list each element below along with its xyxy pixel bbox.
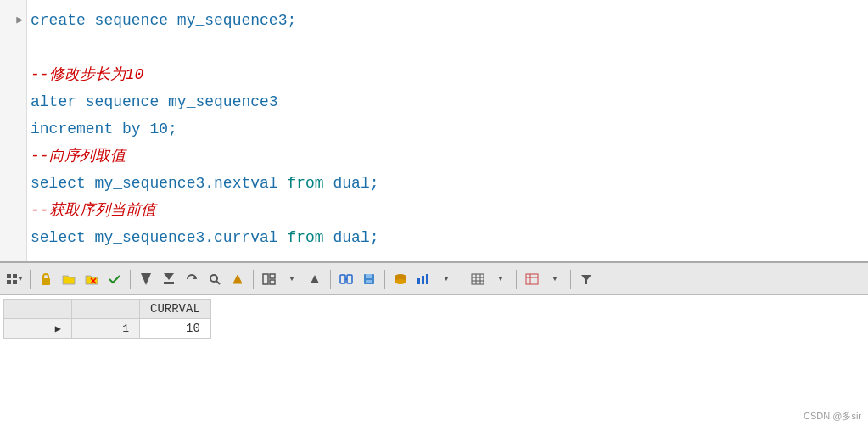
results-table: CURRVAL ▶ 1 10 <box>3 299 211 339</box>
search-button[interactable] <box>204 268 226 290</box>
svg-line-12 <box>216 281 220 284</box>
currval-header: CURRVAL <box>140 300 211 319</box>
layout-up-button[interactable] <box>304 268 326 290</box>
toolbar-group-5 <box>335 268 380 290</box>
sep-4 <box>330 270 331 289</box>
table-row: ▶ 1 10 <box>4 319 211 339</box>
erase-button[interactable] <box>227 268 249 290</box>
svg-rect-15 <box>270 274 275 278</box>
grid-dropdown-button[interactable]: ▼ <box>3 268 25 290</box>
svg-rect-1 <box>13 274 17 278</box>
database-button[interactable] <box>389 268 412 290</box>
svg-marker-38 <box>581 275 591 284</box>
svg-rect-14 <box>263 274 268 284</box>
connect-button[interactable] <box>335 268 357 290</box>
watermark: CSDN @多sir <box>804 410 861 423</box>
toolbar-group-6: ▼ <box>389 268 457 290</box>
layout-dropdown-button[interactable]: ▼ <box>281 268 303 290</box>
code-line-5: increment by 10; <box>31 115 868 143</box>
step-down-all-button[interactable] <box>158 268 180 290</box>
pivot-button[interactable] <box>521 268 543 290</box>
lock-button[interactable] <box>35 268 57 290</box>
save-button[interactable] <box>358 268 380 290</box>
svg-rect-19 <box>347 275 352 283</box>
grid-dropdown2-button[interactable]: ▼ <box>490 268 512 290</box>
sep-8 <box>570 270 571 289</box>
row-arrow-header <box>4 300 72 319</box>
row-num-header <box>72 300 140 319</box>
chart-dropdown-button[interactable]: ▼ <box>435 268 457 290</box>
toolbar-group-4: ▼ <box>258 268 326 290</box>
code-line-7: select my_sequence3.nextval from dual; <box>31 170 868 197</box>
layout-button[interactable] <box>258 268 280 290</box>
svg-marker-13 <box>233 275 242 283</box>
currval-cell: 10 <box>140 319 211 339</box>
editor-panel: ▶ create sequence my_sequence3; --修改步长为1… <box>0 0 868 263</box>
svg-rect-30 <box>472 274 484 284</box>
toolbar-group-3 <box>135 268 249 290</box>
sep-2 <box>130 270 131 289</box>
svg-marker-7 <box>141 273 151 285</box>
grid-view-button[interactable] <box>467 268 489 290</box>
svg-point-11 <box>210 275 217 282</box>
toolbar-group-9 <box>575 268 597 290</box>
code-line-6: --向序列取值 <box>31 143 868 170</box>
svg-rect-23 <box>366 280 372 283</box>
checkmark-button[interactable] <box>104 268 126 290</box>
svg-rect-4 <box>42 278 50 285</box>
svg-rect-9 <box>164 282 174 284</box>
svg-marker-17 <box>311 275 319 283</box>
chart-button[interactable] <box>412 268 434 290</box>
toolbar-group-1: ▼ <box>3 268 25 290</box>
sep-3 <box>253 270 254 289</box>
row-num-cell: 1 <box>72 319 140 339</box>
code-line-9: select my_sequence3.currval from dual; <box>31 224 868 251</box>
code-line-3: --修改步长为10 <box>31 61 868 88</box>
row-arrow-cell: ▶ <box>4 319 72 339</box>
toolbar: ▼ <box>0 263 868 295</box>
open-file-button[interactable] <box>58 268 80 290</box>
sep-5 <box>384 270 385 289</box>
svg-marker-8 <box>164 273 174 280</box>
svg-rect-18 <box>340 275 345 283</box>
sep-6 <box>462 270 462 289</box>
results-panel: CURRVAL ▶ 1 10 <box>0 295 868 426</box>
toolbar-group-2 <box>35 268 126 290</box>
svg-rect-3 <box>13 280 17 284</box>
toolbar-group-8: ▼ <box>521 268 566 290</box>
code-line-8: --获取序列当前值 <box>31 197 868 224</box>
code-line-4: alter sequence my_sequence3 <box>31 88 868 115</box>
svg-rect-35 <box>526 274 538 284</box>
svg-rect-28 <box>422 276 424 284</box>
svg-rect-16 <box>270 280 275 284</box>
svg-rect-0 <box>7 274 11 278</box>
close-file-button[interactable] <box>81 268 103 290</box>
sep-7 <box>516 270 517 289</box>
line-gutter: ▶ <box>0 0 27 261</box>
pivot-dropdown-button[interactable]: ▼ <box>544 268 566 290</box>
svg-rect-27 <box>417 278 420 284</box>
refresh-button[interactable] <box>181 268 203 290</box>
code-line-2 <box>31 34 868 61</box>
toolbar-group-7: ▼ <box>467 268 512 290</box>
step-down-button[interactable] <box>135 268 157 290</box>
svg-point-26 <box>395 279 406 284</box>
code-line-1: create sequence my_sequence3; <box>31 7 868 34</box>
svg-rect-2 <box>7 280 11 284</box>
sep-1 <box>30 270 31 289</box>
svg-rect-22 <box>366 274 372 278</box>
filter-button[interactable] <box>575 268 597 290</box>
svg-rect-29 <box>426 274 428 284</box>
